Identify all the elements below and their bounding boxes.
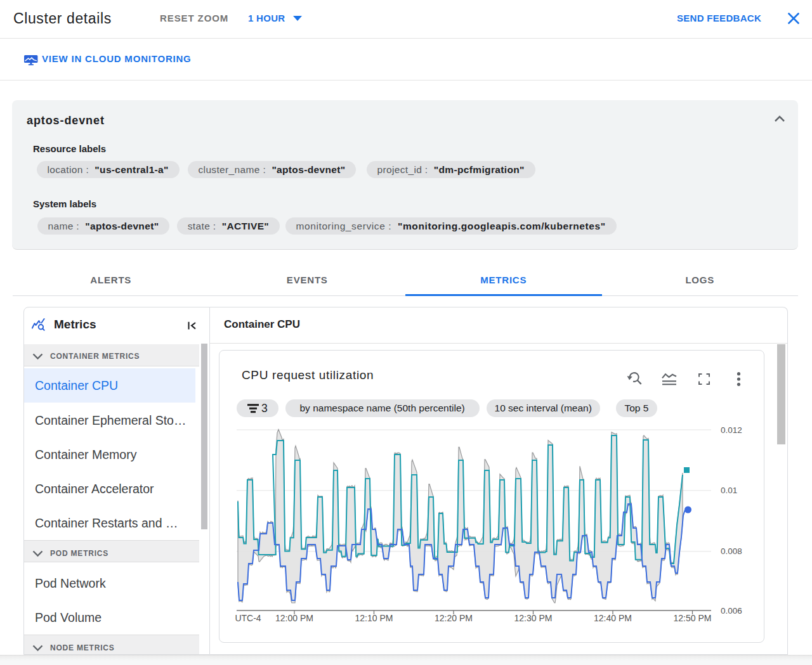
svg-text:0.006: 0.006 [721, 606, 742, 616]
svg-text:12:40 PM: 12:40 PM [594, 613, 632, 623]
svg-text:UTC-4: UTC-4 [235, 613, 261, 623]
svg-text:0.012: 0.012 [721, 425, 742, 435]
svg-text:12:20 PM: 12:20 PM [435, 613, 473, 623]
svg-text:12:30 PM: 12:30 PM [514, 613, 553, 623]
svg-text:12:50 PM: 12:50 PM [674, 613, 712, 623]
svg-text:12:00 PM: 12:00 PM [275, 613, 313, 623]
svg-text:0.01: 0.01 [721, 486, 737, 495]
svg-text:12:10 PM: 12:10 PM [355, 613, 393, 623]
svg-text:0.008: 0.008 [721, 546, 742, 556]
